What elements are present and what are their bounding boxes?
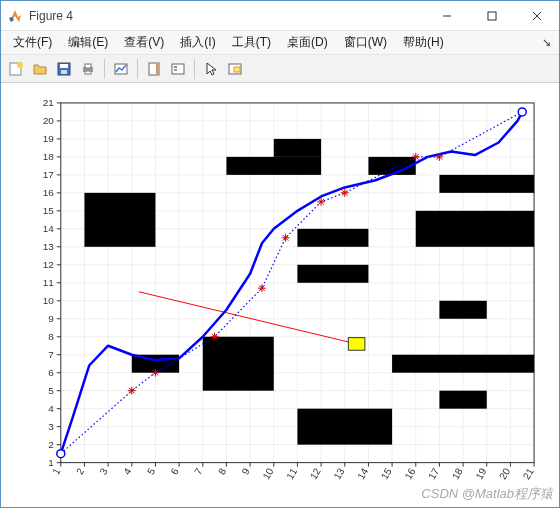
svg-rect-15 — [172, 64, 184, 74]
menu-overflow-icon[interactable]: ↘ — [542, 36, 555, 49]
y-tick-label: 17 — [43, 169, 55, 180]
y-tick-label: 11 — [43, 277, 55, 288]
x-tick-label: 4 — [121, 466, 134, 477]
x-tick-label: 16 — [402, 466, 417, 481]
svg-rect-7 — [60, 64, 68, 68]
x-tick-label: 9 — [240, 466, 253, 477]
y-tick-label: 7 — [48, 349, 54, 360]
print-icon[interactable] — [77, 58, 99, 80]
axes[interactable]: 1234567891011121314151617181920211234567… — [1, 83, 559, 507]
window-title: Figure 4 — [29, 9, 424, 23]
window-buttons — [424, 1, 559, 30]
insert-legend-icon[interactable] — [167, 58, 189, 80]
x-tick-label: 15 — [379, 466, 394, 481]
y-tick-label: 21 — [43, 97, 55, 108]
open-icon[interactable] — [29, 58, 51, 80]
y-tick-label: 15 — [43, 205, 55, 216]
save-icon[interactable] — [53, 58, 75, 80]
y-tick-label: 18 — [43, 151, 55, 162]
menu-file[interactable]: 文件(F) — [5, 32, 60, 53]
y-tick-label: 8 — [48, 331, 54, 342]
obstacle-rect — [439, 175, 534, 193]
obstacle-rect — [84, 193, 155, 247]
svg-rect-14 — [156, 64, 158, 74]
new-figure-icon[interactable] — [5, 58, 27, 80]
obstacle-rect — [392, 355, 534, 373]
menu-desktop[interactable]: 桌面(D) — [279, 32, 336, 53]
x-tick-label: 2 — [74, 466, 87, 477]
y-tick-label: 2 — [48, 439, 54, 450]
pointer-icon[interactable] — [200, 58, 222, 80]
x-tick-label: 12 — [308, 466, 323, 481]
svg-rect-8 — [61, 70, 67, 74]
link-plot-icon[interactable] — [110, 58, 132, 80]
toolbar-separator — [194, 59, 195, 79]
x-tick-label: 1 — [50, 466, 63, 477]
y-tick-label: 9 — [48, 313, 54, 324]
x-tick-label: 8 — [216, 466, 229, 477]
menu-help[interactable]: 帮助(H) — [395, 32, 452, 53]
x-tick-label: 5 — [145, 466, 158, 477]
x-tick-label: 18 — [450, 466, 465, 481]
x-tick-label: 17 — [426, 466, 441, 481]
menubar: 文件(F) 编辑(E) 查看(V) 插入(I) 工具(T) 桌面(D) 窗口(W… — [1, 31, 559, 55]
x-tick-label: 13 — [331, 466, 346, 481]
x-tick-label: 14 — [355, 466, 370, 481]
obstacle-rect — [416, 211, 534, 247]
obstacle-rect — [203, 337, 274, 391]
menu-window[interactable]: 窗口(W) — [336, 32, 395, 53]
start-marker — [57, 450, 65, 458]
insert-colorbar-icon[interactable] — [143, 58, 165, 80]
x-tick-label: 10 — [260, 466, 275, 481]
goal-marker — [518, 108, 526, 116]
close-button[interactable] — [514, 1, 559, 30]
y-tick-label: 13 — [43, 241, 55, 252]
menu-edit[interactable]: 编辑(E) — [60, 32, 116, 53]
y-tick-label: 10 — [43, 295, 55, 306]
svg-point-5 — [17, 62, 23, 68]
toolbar-separator — [137, 59, 138, 79]
waypoint-marker — [258, 284, 266, 292]
minimize-button[interactable] — [424, 1, 469, 30]
svg-rect-11 — [85, 71, 91, 74]
waypoint-marker — [435, 153, 443, 161]
menu-tools[interactable]: 工具(T) — [224, 32, 279, 53]
x-tick-label: 20 — [497, 466, 512, 481]
y-tick-label: 12 — [43, 259, 55, 270]
brush-icon[interactable] — [224, 58, 246, 80]
waypoint-marker — [151, 369, 159, 377]
y-tick-label: 4 — [48, 403, 54, 414]
obstacle-rect — [439, 391, 486, 409]
plot-area[interactable]: 1234567891011121314151617181920211234567… — [1, 83, 559, 507]
x-tick-label: 21 — [521, 466, 536, 481]
x-tick-label: 3 — [98, 466, 111, 477]
menu-insert[interactable]: 插入(I) — [172, 32, 223, 53]
x-tick-label: 19 — [473, 466, 488, 481]
obstacle-rect — [274, 139, 321, 157]
y-tick-label: 19 — [43, 133, 55, 144]
obstacle-rect — [226, 157, 321, 175]
maximize-button[interactable] — [469, 1, 514, 30]
red-line — [139, 292, 357, 344]
figure-window: Figure 4 文件(F) 编辑(E) 查看(V) 插入(I) 工具(T) 桌… — [0, 0, 560, 508]
svg-rect-10 — [85, 64, 91, 68]
y-tick-label: 1 — [48, 457, 54, 468]
obstacle-rect — [297, 265, 368, 283]
waypoint-marker — [128, 387, 136, 395]
toolbar-separator — [104, 59, 105, 79]
titlebar: Figure 4 — [1, 1, 559, 31]
y-tick-label: 16 — [43, 187, 55, 198]
y-tick-label: 3 — [48, 421, 54, 432]
svg-rect-19 — [234, 67, 240, 72]
menu-view[interactable]: 查看(V) — [116, 32, 172, 53]
y-tick-label: 14 — [43, 223, 55, 234]
waypoint-marker — [211, 333, 219, 341]
svg-rect-1 — [488, 12, 496, 20]
target-square — [348, 338, 365, 351]
x-tick-label: 7 — [192, 466, 205, 477]
y-tick-label: 5 — [48, 385, 54, 396]
obstacle-rect — [439, 301, 486, 319]
waypoint-marker — [341, 189, 349, 197]
toolbar — [1, 55, 559, 83]
x-tick-label: 6 — [169, 466, 182, 477]
